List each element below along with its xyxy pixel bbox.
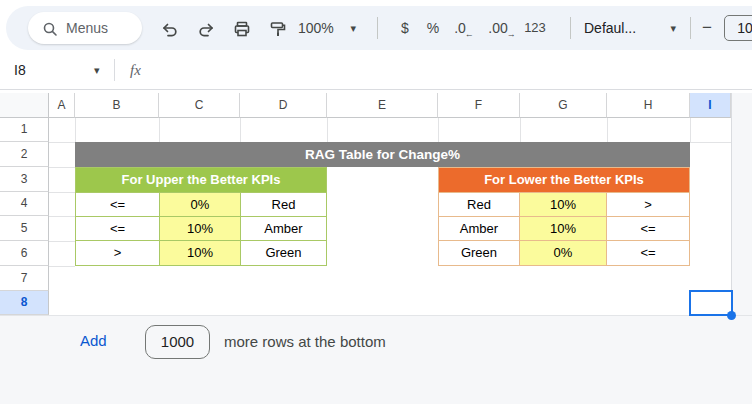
zoom-value: 100%	[298, 6, 334, 50]
undo-icon	[161, 20, 179, 38]
cell-F4[interactable]: Red	[439, 193, 520, 217]
row-header-6[interactable]: 6	[0, 241, 49, 266]
column-header-B[interactable]: B	[75, 93, 159, 118]
menus-search-button[interactable]: Menus	[28, 12, 142, 44]
gridline	[49, 241, 75, 242]
cell-B5[interactable]: <=	[76, 217, 160, 241]
decrease-font-size-button[interactable]: −	[696, 6, 718, 50]
name-box[interactable]: I8	[14, 50, 26, 90]
canvas-beyond-columns	[731, 93, 752, 315]
google-sheets-window: Menus 100% ▾ $ % .0← .00→ 123 Defaul... …	[0, 0, 752, 404]
toolbar-divider	[690, 17, 691, 39]
gridline	[438, 118, 439, 142]
lower-kpi-header-cell[interactable]: For Lower the Better KPIs	[439, 168, 689, 193]
cell-G6[interactable]: 0%	[520, 241, 607, 265]
table-row: <= 10% Amber	[76, 217, 326, 241]
column-header-A[interactable]: A	[49, 93, 75, 118]
arrow-left-icon: ←	[465, 29, 474, 39]
upper-kpi-table: For Upper the Better KPIs <= 0% Red <= 1…	[75, 167, 327, 266]
gridline	[49, 192, 75, 193]
cell-G4[interactable]: 10%	[520, 193, 607, 217]
row-header-5[interactable]: 5	[0, 216, 49, 241]
gridline	[75, 118, 76, 142]
cell-G5[interactable]: 10%	[520, 217, 607, 241]
formula-bar-divider	[114, 59, 115, 81]
row-header-1[interactable]: 1	[0, 118, 49, 142]
cell-F6[interactable]: Green	[439, 241, 520, 265]
row-header-2[interactable]: 2	[0, 142, 49, 167]
table-row: Green 0% <=	[439, 241, 689, 265]
rag-table-title-cell[interactable]: RAG Table for Change%	[75, 142, 690, 167]
upper-kpi-header-cell[interactable]: For Upper the Better KPIs	[76, 168, 326, 193]
row-header-4[interactable]: 4	[0, 192, 49, 216]
lower-kpi-table: For Lower the Better KPIs Red 10% > Ambe…	[438, 167, 690, 266]
font-family-select[interactable]: Defaul... ▾	[584, 6, 676, 50]
cell-D4[interactable]: Red	[241, 193, 326, 217]
paint-format-button[interactable]	[262, 6, 294, 50]
column-header-D[interactable]: D	[240, 93, 327, 118]
print-icon	[233, 20, 251, 38]
arrow-right-icon: →	[507, 29, 516, 39]
name-box-caret-icon[interactable]: ▾	[94, 50, 100, 90]
gridline	[240, 118, 241, 142]
gridline	[607, 118, 608, 142]
row-header-8-selected[interactable]: 8	[0, 291, 49, 315]
table-row: Red 10% >	[439, 193, 689, 217]
zoom-control[interactable]: 100% ▾	[296, 6, 358, 50]
redo-icon	[197, 20, 215, 38]
font-family-value: Defaul...	[584, 6, 636, 50]
column-header-I-selected[interactable]: I	[690, 93, 731, 118]
toolbar-divider	[570, 17, 571, 39]
table-row: <= 0% Red	[76, 193, 326, 217]
cell-F5[interactable]: Amber	[439, 217, 520, 241]
fill-handle[interactable]	[727, 311, 736, 320]
column-header-H[interactable]: H	[607, 93, 690, 118]
column-header-C[interactable]: C	[159, 93, 240, 118]
cell-D6[interactable]: Green	[241, 241, 326, 265]
more-formats-button[interactable]: 123	[518, 6, 552, 50]
row-count-input[interactable]: 1000	[145, 325, 210, 359]
canvas-beyond-rows	[0, 315, 752, 404]
gridline	[49, 216, 75, 217]
gridline	[520, 118, 521, 142]
table-row: > 10% Green	[76, 241, 326, 265]
paint-format-icon	[269, 20, 287, 38]
cell-H5[interactable]: <=	[607, 217, 689, 241]
column-header-G[interactable]: G	[520, 93, 607, 118]
decrease-decimal-button[interactable]: .0←	[448, 6, 480, 50]
cell-B6[interactable]: >	[76, 241, 160, 265]
row-header-7[interactable]: 7	[0, 266, 49, 291]
cell-C5[interactable]: 10%	[160, 217, 241, 241]
column-header-F[interactable]: F	[438, 93, 520, 118]
increase-decimal-button[interactable]: .00→	[484, 6, 520, 50]
cell-C4[interactable]: 0%	[160, 193, 241, 217]
cell-H6[interactable]: <=	[607, 241, 689, 265]
gridline	[159, 118, 160, 142]
add-rows-suffix-label: more rows at the bottom	[224, 333, 386, 350]
gridline	[49, 167, 75, 168]
redo-button[interactable]	[190, 6, 222, 50]
fx-icon: fx	[130, 50, 141, 90]
row-header-3[interactable]: 3	[0, 167, 49, 192]
select-all-corner[interactable]	[0, 93, 49, 118]
undo-button[interactable]	[154, 6, 186, 50]
add-rows-button[interactable]: Add	[80, 332, 107, 349]
cell-H4[interactable]: >	[607, 193, 689, 217]
format-currency-button[interactable]: $	[390, 6, 420, 50]
cell-C6[interactable]: 10%	[160, 241, 241, 265]
table-row: Amber 10% <=	[439, 217, 689, 241]
gridline	[49, 266, 75, 267]
search-icon	[42, 19, 58, 37]
gridline	[690, 118, 691, 142]
cell-D5[interactable]: Amber	[241, 217, 326, 241]
column-header-E[interactable]: E	[327, 93, 438, 118]
cell-B4[interactable]: <=	[76, 193, 160, 217]
gridline	[327, 118, 328, 142]
font-size-input[interactable]: 10	[724, 15, 752, 41]
print-button[interactable]	[226, 6, 258, 50]
chevron-down-icon: ▾	[350, 6, 356, 50]
menus-label: Menus	[66, 20, 108, 36]
chevron-down-icon: ▾	[670, 6, 676, 50]
format-percent-button[interactable]: %	[418, 6, 448, 50]
toolbar: Menus 100% ▾ $ % .0← .00→ 123 Defaul... …	[6, 6, 752, 50]
